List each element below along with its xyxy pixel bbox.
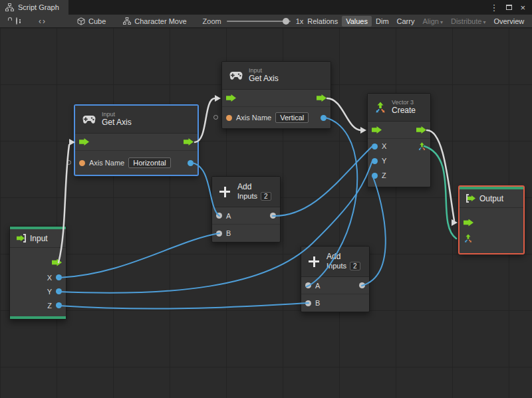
y-input-port[interactable] <box>372 158 378 164</box>
axis-name-field[interactable]: Vertical <box>275 112 309 123</box>
port-label: A <box>315 282 320 290</box>
zoom-slider-knob[interactable] <box>283 18 289 25</box>
node-title: Get Axis <box>249 74 279 84</box>
vector3-input-port[interactable] <box>464 234 473 243</box>
toolbar-buttons: Relations Values Dim Carry Align▾ Distri… <box>303 16 528 27</box>
io-accent-bar <box>10 227 66 229</box>
breadcrumb-graph[interactable]: Character Move <box>123 17 186 25</box>
chevron-down-icon: ▾ <box>483 19 485 25</box>
node-header: Input Get Axis <box>222 62 331 90</box>
tab-script-graph[interactable]: Script Graph <box>0 0 68 15</box>
maximize-icon[interactable] <box>506 5 512 10</box>
close-icon[interactable]: × <box>520 3 525 12</box>
axis-name-input-port[interactable] <box>226 115 232 121</box>
cube-icon <box>77 17 85 25</box>
node-title: Input <box>30 234 48 243</box>
distribute-dropdown[interactable]: Distribute▾ <box>447 16 489 27</box>
unconnected-port-icon <box>213 115 218 120</box>
unity-script-graph-window: Script Graph ⋮ × ‹› Cube Character Move … <box>0 0 532 398</box>
axis-name-input-port[interactable] <box>79 160 85 166</box>
flow-port-row <box>75 134 198 151</box>
values-button[interactable]: Values <box>342 16 372 27</box>
z-output-port[interactable] <box>56 302 62 308</box>
node-header: Add Inputs 2 <box>301 247 369 277</box>
gamepad-icon <box>229 71 243 80</box>
kebab-menu-icon[interactable]: ⋮ <box>489 3 498 12</box>
port-row-z: Z <box>368 168 430 183</box>
zoom-slider[interactable] <box>227 21 291 22</box>
node-graph-output[interactable]: Output <box>459 186 524 254</box>
port-row-a: A <box>301 277 369 294</box>
axis-name-field[interactable]: Horizontal <box>128 157 171 168</box>
flow-out-port[interactable] <box>317 94 327 102</box>
io-accent-bar <box>10 316 66 319</box>
align-dropdown[interactable]: Align▾ <box>418 16 446 27</box>
dim-button[interactable]: Dim <box>372 16 393 27</box>
node-get-axis-horizontal[interactable]: Input Get Axis Axis Name Horizontal <box>74 105 198 175</box>
port-label: Y <box>382 157 386 165</box>
inputs-count-field[interactable]: 2 <box>261 192 271 201</box>
flow-in-port[interactable] <box>226 94 236 102</box>
input-port-a[interactable] <box>305 282 311 288</box>
flow-port-row <box>460 215 523 231</box>
flow-port-row <box>368 122 430 139</box>
graph-asset-icon <box>123 17 131 25</box>
z-input-port[interactable] <box>372 173 378 179</box>
breadcrumb-gameobject[interactable]: Cube <box>77 17 106 25</box>
node-add-2[interactable]: Add Inputs 2 A B <box>301 246 370 312</box>
wire-flow-vertical-to-vector3[interactable] <box>327 98 361 130</box>
wire-flow-vector3-to-output[interactable] <box>427 130 454 221</box>
sum-output-port[interactable] <box>270 213 276 219</box>
x-input-port[interactable] <box>372 144 378 149</box>
wire-add1-to-vector3-x[interactable] <box>273 146 372 216</box>
flow-arrowhead <box>452 219 458 226</box>
flow-out-port[interactable] <box>184 138 194 146</box>
overview-button[interactable]: Overview <box>489 16 528 27</box>
breadcrumb-graph-label: Character Move <box>134 17 186 25</box>
node-vector3-create[interactable]: Vector 3 Create X Y <box>367 93 431 187</box>
carry-button[interactable]: Carry <box>393 16 419 27</box>
flow-in-port[interactable] <box>464 219 473 227</box>
io-accent-bar <box>460 187 523 189</box>
node-get-axis-vertical[interactable]: Input Get Axis Axis Name Vertical <box>221 61 331 129</box>
port-row-y: Y <box>10 284 66 298</box>
value-port-row: Axis Name Horizontal <box>75 151 198 175</box>
node-body <box>460 208 523 253</box>
value-port-row: Axis Name Vertical <box>222 107 331 128</box>
node-body: X Y Z <box>10 248 66 319</box>
x-output-port[interactable] <box>56 274 62 280</box>
relations-button[interactable]: Relations <box>303 16 342 27</box>
float-output-port[interactable] <box>321 115 327 121</box>
flow-in-port[interactable] <box>372 126 382 134</box>
port-label: A <box>226 212 231 220</box>
node-add-1[interactable]: Add Inputs 2 A B <box>211 176 281 243</box>
zoom-control: Zoom 1x <box>203 17 304 25</box>
graph-input-icon <box>17 234 26 243</box>
info-icon[interactable] <box>16 17 17 25</box>
port-label: Z <box>382 171 386 179</box>
node-title: Create <box>392 106 416 116</box>
flow-out-port[interactable] <box>416 126 426 134</box>
wire-input-z-to-add2-b[interactable] <box>59 303 309 309</box>
inputs-count-field[interactable]: 2 <box>350 262 360 271</box>
vector3-output-port[interactable] <box>418 142 426 151</box>
distribute-label: Distribute <box>451 17 481 25</box>
input-port-a[interactable] <box>216 213 222 219</box>
wire-input-x-to-add1-b[interactable] <box>59 233 219 278</box>
input-port-b[interactable] <box>305 300 311 306</box>
sum-output-port[interactable] <box>359 282 365 288</box>
flow-port-row <box>10 254 66 270</box>
graph-canvas[interactable]: Input Get Axis Axis Name Vertical <box>0 28 532 398</box>
tab-bar-spacer <box>68 0 490 15</box>
add-icon <box>307 254 321 269</box>
graph-output-icon <box>466 194 475 203</box>
flow-out-port[interactable] <box>52 259 62 266</box>
tab-bar: Script Graph ⋮ × <box>0 0 532 15</box>
flow-in-port[interactable] <box>79 138 89 146</box>
float-output-port[interactable] <box>188 160 194 166</box>
y-output-port[interactable] <box>56 288 62 294</box>
input-port-b[interactable] <box>216 231 222 237</box>
node-graph-input[interactable]: Input X Y Z <box>9 226 66 320</box>
code-brackets-icon[interactable]: ‹› <box>39 17 47 26</box>
align-label: Align <box>422 17 438 25</box>
